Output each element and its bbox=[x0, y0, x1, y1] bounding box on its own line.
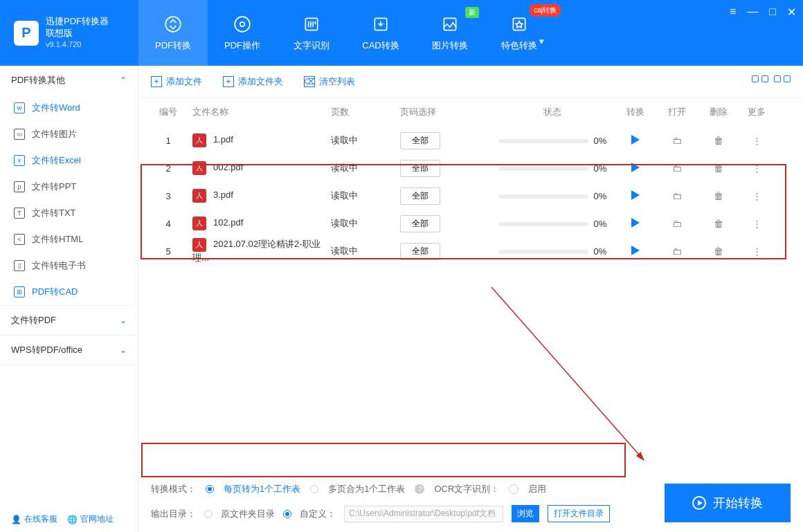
sidebar-item-to-word[interactable]: w文件转Word bbox=[0, 95, 138, 121]
row-status: 0% bbox=[490, 163, 615, 174]
trash-icon[interactable]: 🗑 bbox=[714, 246, 723, 257]
sidebar-group-header[interactable]: PDF转换其他 ⌃ bbox=[0, 66, 138, 95]
row-status: 0% bbox=[490, 191, 615, 201]
page-select-button[interactable]: 全部 bbox=[400, 160, 440, 177]
output-opt2[interactable]: 自定义： bbox=[300, 508, 336, 520]
more-icon[interactable]: ⋮ bbox=[752, 246, 761, 257]
radio-same-dir[interactable] bbox=[204, 510, 213, 518]
group-title: 文件转PDF bbox=[11, 314, 56, 327]
sidebar-item-to-cad[interactable]: ⊞PDF转CAD bbox=[0, 279, 138, 305]
page-select-button[interactable]: 全部 bbox=[400, 215, 440, 232]
row-open: 🗀 bbox=[656, 190, 698, 201]
progress-bar bbox=[498, 139, 588, 143]
more-icon[interactable]: ⋮ bbox=[752, 191, 761, 201]
sidebar-item-to-txt[interactable]: T文件转TXT bbox=[0, 200, 138, 226]
table-row[interactable]: 5 人2021.07.02理论精讲2-职业理... 读取中 全部 0% 🗀 🗑 … bbox=[138, 237, 803, 265]
trash-icon[interactable]: 🗑 bbox=[714, 190, 723, 201]
chevron-down-icon: ⌄ bbox=[120, 345, 127, 355]
row-open: 🗀 bbox=[656, 218, 698, 229]
more-icon[interactable]: ⋮ bbox=[752, 219, 761, 229]
website-link[interactable]: 🌐官网地址 bbox=[67, 513, 114, 525]
tab-image[interactable]: 新 图片转换 bbox=[415, 0, 485, 66]
row-num: 2 bbox=[151, 163, 186, 174]
grid-icon bbox=[784, 75, 791, 82]
open-dir-button[interactable]: 打开文件目录 bbox=[548, 505, 610, 522]
row-delete: 🗑 bbox=[698, 163, 739, 174]
play-icon[interactable] bbox=[631, 190, 640, 200]
tab-pdf-convert[interactable]: PDF转换 bbox=[138, 0, 208, 66]
mode-opt1[interactable]: 每页转为1个工作表 bbox=[224, 483, 300, 495]
play-icon[interactable] bbox=[631, 163, 640, 172]
sidebar-item-to-ppt[interactable]: p文件转PPT bbox=[0, 174, 138, 200]
sidebar-item-label: 文件转图片 bbox=[32, 128, 77, 140]
row-convert bbox=[615, 163, 656, 174]
page-select-button[interactable]: 全部 bbox=[400, 243, 440, 260]
tab-pdf-ops[interactable]: PDF操作 bbox=[208, 0, 277, 66]
trash-icon[interactable]: 🗑 bbox=[714, 135, 723, 146]
close-button[interactable]: ✕ bbox=[787, 6, 796, 19]
tab-label: PDF操作 bbox=[224, 39, 260, 52]
folder-icon[interactable]: 🗀 bbox=[672, 135, 682, 146]
table-body: 1 人1.pdf 读取中 全部 0% 🗀 🗑 ⋮ 2 人002.pdf 读取中 … bbox=[138, 127, 803, 265]
minimize-button[interactable]: — bbox=[747, 6, 758, 19]
output-path-input[interactable] bbox=[344, 506, 503, 522]
play-icon[interactable] bbox=[631, 218, 640, 228]
radio-custom-dir[interactable] bbox=[283, 510, 291, 518]
radio-merge[interactable] bbox=[310, 485, 318, 493]
ocr-label: OCR文字识别： bbox=[434, 483, 499, 495]
sidebar-item-label: 文件转Word bbox=[32, 102, 80, 114]
menu-icon[interactable]: ≡ bbox=[730, 6, 736, 19]
more-icon[interactable]: ⋮ bbox=[752, 136, 761, 146]
row-name: 人002.pdf bbox=[186, 161, 331, 175]
tab-ocr[interactable]: 文字识别 bbox=[277, 0, 346, 66]
sidebar-item-to-ebook[interactable]: ▯文件转电子书 bbox=[0, 253, 138, 279]
btn-label: 清空列表 bbox=[319, 75, 355, 88]
folder-icon[interactable]: 🗀 bbox=[672, 246, 682, 257]
sidebar-item-to-image[interactable]: ▭文件转图片 bbox=[0, 121, 138, 147]
sidebar-item-to-excel[interactable]: x文件转Excel bbox=[0, 147, 138, 174]
output-opt1[interactable]: 原文件夹目录 bbox=[221, 508, 275, 520]
browse-button[interactable]: 浏览 bbox=[512, 505, 539, 522]
trash-icon[interactable]: 🗑 bbox=[714, 218, 723, 229]
table-row[interactable]: 4 人102.pdf 读取中 全部 0% 🗀 🗑 ⋮ bbox=[138, 210, 803, 237]
sidebar-group-header[interactable]: 文件转PDF ⌄ bbox=[0, 306, 138, 335]
add-folder-button[interactable]: +添加文件夹 bbox=[223, 75, 283, 88]
play-icon[interactable] bbox=[631, 135, 640, 145]
radio-per-page[interactable] bbox=[206, 485, 214, 493]
table-row[interactable]: 3 人3.pdf 读取中 全部 0% 🗀 🗑 ⋮ bbox=[138, 182, 803, 210]
play-icon[interactable] bbox=[631, 246, 640, 255]
folder-icon[interactable]: 🗀 bbox=[672, 218, 682, 229]
trash-icon[interactable]: 🗑 bbox=[714, 163, 723, 174]
folder-icon[interactable]: 🗀 bbox=[672, 190, 682, 201]
row-status: 0% bbox=[490, 136, 615, 146]
titlebar: P 迅捷PDF转换器 联想版 v9.1.4.720 PDF转换 PDF操作 文字… bbox=[0, 0, 803, 66]
support-link[interactable]: 👤在线客服 bbox=[11, 513, 57, 525]
mode-opt2[interactable]: 多页合为1个工作表 bbox=[328, 483, 405, 495]
maximize-button[interactable]: □ bbox=[769, 6, 776, 19]
sidebar-item-to-html[interactable]: <文件转HTML bbox=[0, 226, 138, 253]
more-icon[interactable]: ⋮ bbox=[752, 163, 761, 174]
table-row[interactable]: 2 人002.pdf 读取中 全部 0% 🗀 🗑 ⋮ bbox=[138, 154, 803, 182]
folder-icon[interactable]: 🗀 bbox=[672, 163, 682, 174]
add-file-button[interactable]: +添加文件 bbox=[151, 75, 202, 88]
row-select: 全部 bbox=[400, 215, 490, 232]
sidebar-group-header[interactable]: WPS转PDF/office ⌄ bbox=[0, 336, 138, 365]
start-convert-button[interactable]: 开始转换 bbox=[665, 484, 791, 522]
table-header: 编号 文件名称 页数 页码选择 状态 转换 打开 删除 更多 bbox=[138, 98, 803, 127]
view-toggle[interactable] bbox=[752, 75, 791, 88]
page-select-button[interactable]: 全部 bbox=[400, 187, 440, 205]
table-row[interactable]: 1 人1.pdf 读取中 全部 0% 🗀 🗑 ⋮ bbox=[138, 127, 803, 154]
page-select-button[interactable]: 全部 bbox=[400, 132, 440, 149]
row-more: ⋮ bbox=[739, 219, 774, 229]
plus-icon: + bbox=[151, 76, 162, 87]
sidebar-item-label: PDF转CAD bbox=[32, 286, 78, 298]
clear-list-button[interactable]: ⌫清空列表 bbox=[304, 75, 355, 88]
help-icon[interactable]: ? bbox=[415, 484, 424, 494]
ocr-enable[interactable]: 启用 bbox=[528, 483, 546, 495]
tab-cad[interactable]: CAD转换 bbox=[346, 0, 415, 66]
row-name: 人102.pdf bbox=[186, 217, 331, 230]
tab-special[interactable]: caj转换 特色转换 ▾ bbox=[485, 0, 554, 66]
pdf-icon: 人 bbox=[192, 238, 206, 252]
ocr-checkbox[interactable] bbox=[509, 484, 518, 494]
row-pages: 读取中 bbox=[331, 134, 400, 147]
